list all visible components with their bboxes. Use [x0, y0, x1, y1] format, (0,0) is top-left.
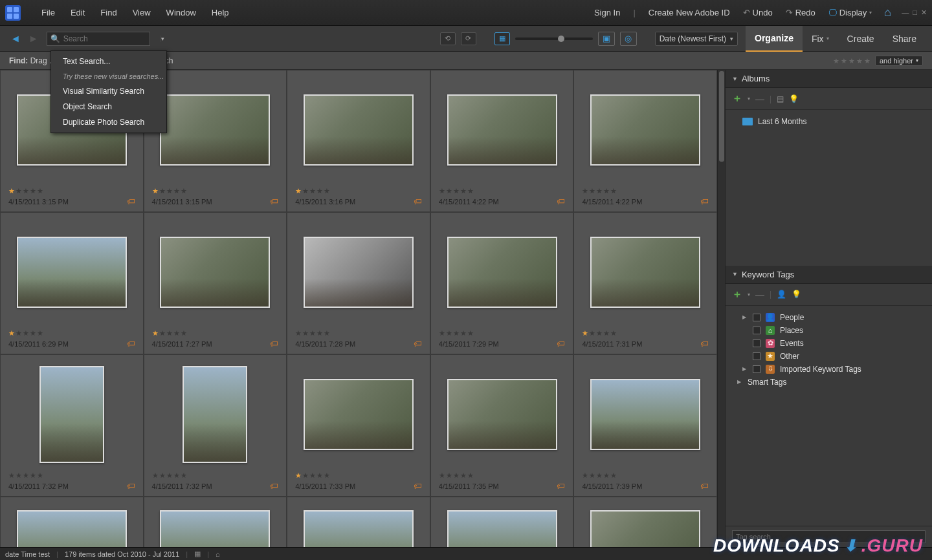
album-hint-icon[interactable]: 💡	[789, 94, 799, 103]
thumbnail-size-slider[interactable]	[515, 38, 593, 40]
remove-album-button[interactable]: —	[755, 94, 764, 104]
undo-button[interactable]: ↶Undo	[737, 4, 779, 21]
thumbnail-cell[interactable]: ★★★★★4/15/2011 7:27 PM🏷	[144, 212, 287, 354]
thumbnail-image[interactable]	[590, 237, 700, 308]
thumbnail-cell[interactable]: ★★★★★4/15/2011 4:22 PM🏷	[430, 70, 574, 212]
remove-tag-button[interactable]: —	[755, 289, 764, 299]
menu-text-search[interactable]: Text Search...	[51, 54, 166, 69]
star-rating[interactable]: ★★★★★	[8, 328, 135, 338]
thumbnail-cell[interactable]: ★★★★★4/15/2011 7:29 PM🏷	[430, 212, 574, 354]
thumbnail-image[interactable]	[590, 510, 700, 547]
window-minimize-button[interactable]: —	[902, 8, 909, 17]
thumbnail-image[interactable]	[160, 237, 270, 308]
thumbnail-image[interactable]	[39, 366, 104, 463]
vertical-scrollbar[interactable]	[717, 70, 725, 547]
thumbnail-cell[interactable]	[144, 497, 287, 547]
thumbnail-image[interactable]	[183, 366, 247, 463]
star-rating[interactable]: ★★★★★	[582, 328, 709, 338]
thumbnail-cell[interactable]	[573, 497, 717, 547]
star-rating[interactable]: ★★★★★	[295, 328, 422, 338]
star-rating[interactable]: ★★★★★	[152, 186, 279, 195]
star-rating[interactable]: ★★★★★	[439, 186, 566, 195]
tag-other[interactable]: ★Other	[733, 350, 924, 363]
thumbnail-image[interactable]	[304, 379, 414, 450]
menu-find[interactable]: Find	[93, 4, 124, 21]
rotate-left-button[interactable]: ⟲	[440, 32, 456, 45]
thumbnail-cell[interactable]	[0, 497, 144, 547]
thumbnail-image[interactable]	[447, 237, 557, 308]
thumbnail-cell[interactable]: ★★★★★4/15/2011 7:39 PM🏷	[573, 354, 717, 497]
home-icon[interactable]: ⌂	[880, 5, 895, 21]
star-rating[interactable]: ★★★★★	[152, 471, 279, 480]
face-tag-icon[interactable]: 👤	[777, 290, 786, 299]
thumbnail-cell[interactable]: ★★★★★4/15/2011 7:33 PM🏷	[287, 354, 430, 497]
menu-edit[interactable]: Edit	[63, 4, 93, 21]
thumbnail-image[interactable]	[447, 510, 557, 547]
rotate-right-button[interactable]: ⟳	[461, 32, 476, 45]
thumbnail-image[interactable]	[17, 237, 127, 308]
thumbnail-image[interactable]	[447, 379, 557, 450]
tab-fix[interactable]: Fix▾	[803, 26, 838, 52]
display-dropdown[interactable]: 🖵Display▾	[822, 4, 879, 21]
thumbnail-image[interactable]	[304, 237, 414, 308]
thumbnail-cell[interactable]: ★★★★★4/15/2011 7:32 PM🏷	[0, 354, 144, 497]
tag-smart[interactable]: ▶Smart Tags	[733, 376, 924, 389]
status-icon-1[interactable]: ▦	[194, 550, 201, 558]
keyword-tags-panel-header[interactable]: ▼Keyword Tags	[726, 266, 932, 284]
menu-view[interactable]: View	[125, 4, 159, 21]
single-view-button[interactable]: ▣	[598, 32, 615, 46]
menu-object-search[interactable]: Object Search	[51, 99, 166, 114]
nav-forward-button[interactable]: ►	[25, 33, 43, 45]
sign-in-link[interactable]: Sign In	[588, 4, 627, 21]
thumbnail-cell[interactable]	[287, 497, 430, 547]
thumbnail-image[interactable]	[17, 510, 127, 547]
menu-visual-similarity[interactable]: Visual Similarity Search	[51, 83, 166, 99]
thumbnail-cell[interactable]: ★★★★★4/15/2011 3:16 PM🏷	[287, 70, 430, 212]
thumbnail-cell[interactable]: ★★★★★4/15/2011 7:31 PM🏷	[573, 212, 717, 354]
menu-file[interactable]: File	[34, 4, 63, 21]
thumbnail-image[interactable]	[160, 510, 270, 547]
album-item[interactable]: Last 6 Months	[733, 115, 924, 128]
star-rating[interactable]: ★★★★★	[295, 471, 422, 480]
star-rating[interactable]: ★★★★★	[8, 471, 135, 480]
search-input[interactable]	[63, 34, 161, 43]
thumbnail-cell[interactable]: ★★★★★4/15/2011 7:32 PM🏷	[144, 354, 287, 497]
tab-share[interactable]: Share	[883, 26, 926, 52]
add-tag-button[interactable]: ＋	[732, 288, 742, 301]
rating-filter-stars[interactable]: ★★★★★	[832, 56, 871, 65]
menu-window[interactable]: Window	[159, 4, 204, 21]
star-rating[interactable]: ★★★★★	[152, 328, 279, 338]
tag-imported[interactable]: ▶⇩Imported Keyword Tags	[733, 363, 924, 376]
thumbnail-image[interactable]	[590, 379, 700, 450]
star-rating[interactable]: ★★★★★	[582, 186, 709, 195]
menu-help[interactable]: Help	[204, 4, 237, 21]
thumbnail-image[interactable]	[160, 94, 270, 166]
thumbnail-cell[interactable]: ★★★★★4/15/2011 4:22 PM🏷	[573, 70, 717, 212]
tag-people[interactable]: ▶👤People	[733, 311, 924, 324]
thumbnail-image[interactable]	[590, 94, 700, 166]
rating-filter-dropdown[interactable]: and higher▾	[875, 56, 923, 66]
edit-album-icon[interactable]: ▤	[777, 94, 784, 103]
redo-button[interactable]: ↷Redo	[779, 4, 822, 21]
star-rating[interactable]: ★★★★★	[439, 471, 566, 480]
create-adobe-id-link[interactable]: Create New Adobe ID	[642, 4, 737, 21]
thumbnail-image[interactable]	[447, 94, 557, 166]
tab-organize[interactable]: Organize	[746, 26, 803, 52]
tab-create[interactable]: Create	[838, 26, 883, 52]
thumbnail-cell[interactable]	[430, 497, 574, 547]
tag-hint-icon[interactable]: 💡	[792, 290, 801, 299]
star-rating[interactable]: ★★★★★	[295, 186, 422, 195]
thumbnail-cell[interactable]: ★★★★★4/15/2011 6:29 PM🏷	[0, 212, 144, 354]
sort-order-dropdown[interactable]: Date (Newest First)▾	[655, 32, 738, 46]
add-album-button[interactable]: ＋	[732, 92, 742, 105]
star-rating[interactable]: ★★★★★	[8, 186, 135, 195]
thumbnail-image[interactable]	[304, 510, 414, 547]
nav-back-button[interactable]: ◄	[6, 33, 25, 45]
menu-duplicate-search[interactable]: Duplicate Photo Search	[51, 114, 166, 130]
status-icon-2[interactable]: ⌂	[216, 550, 220, 558]
window-maximize-button[interactable]: □	[913, 8, 917, 17]
tag-events[interactable]: ✿Events	[733, 337, 924, 350]
albums-panel-header[interactable]: ▼Albums	[726, 70, 932, 88]
tag-places[interactable]: ⌂Places	[733, 324, 924, 337]
thumbnail-cell[interactable]: ★★★★★4/15/2011 7:28 PM🏷	[287, 212, 430, 354]
